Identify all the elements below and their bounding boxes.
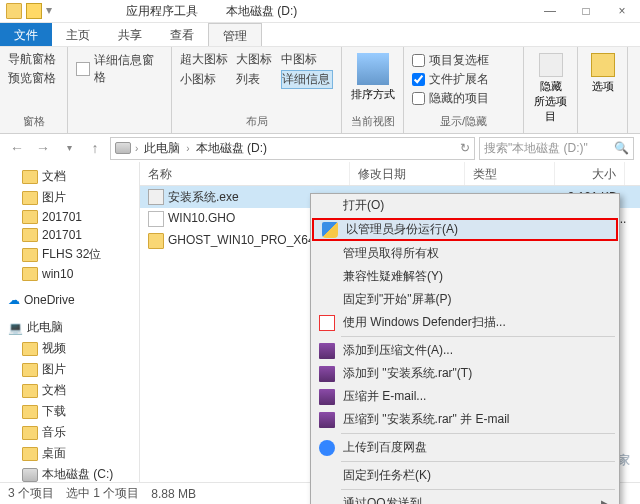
tree-201701-a[interactable]: 201701 <box>2 208 137 226</box>
hide-selected-button[interactable]: 隐藏 所选项目 <box>532 51 569 124</box>
maximize-button[interactable]: □ <box>568 0 604 23</box>
preview-pane-button[interactable]: 预览窗格 <box>8 70 59 87</box>
ctx-qq-send[interactable]: 通过QQ发送到▶ <box>311 492 619 504</box>
tree-videos[interactable]: 视频 <box>2 338 137 359</box>
search-input[interactable]: 搜索"本地磁盘 (D:)" 🔍 <box>479 137 634 160</box>
refresh-icon[interactable]: ↻ <box>460 141 470 155</box>
ctx-add-rar[interactable]: 添加到 "安装系统.rar"(T) <box>311 362 619 385</box>
up-button[interactable]: ↑ <box>84 137 106 159</box>
col-date[interactable]: 修改日期 <box>350 162 465 185</box>
view-xlarge-button[interactable]: 超大图标 <box>180 51 230 68</box>
ctx-run-as-admin[interactable]: 以管理员身份运行(A) <box>312 218 618 241</box>
view-medium-button[interactable]: 中图标 <box>281 51 333 68</box>
breadcrumb-drive[interactable]: 本地磁盘 (D:) <box>194 140 269 157</box>
tab-manage[interactable]: 管理 <box>208 23 262 46</box>
gho-icon <box>148 211 164 227</box>
sort-button[interactable]: 排序方式 <box>350 51 395 102</box>
ctx-pin-taskbar[interactable]: 固定到任务栏(K) <box>311 464 619 487</box>
tree-music[interactable]: 音乐 <box>2 422 137 443</box>
tree-pictures-2[interactable]: 图片 <box>2 359 137 380</box>
tab-file[interactable]: 文件 <box>0 23 52 46</box>
status-selected: 选中 1 个项目 <box>66 485 139 502</box>
dropdown-icon[interactable]: ▾ <box>46 3 52 19</box>
hidden-items-toggle[interactable]: 隐藏的项目 <box>412 89 515 108</box>
status-size: 8.88 MB <box>151 487 196 501</box>
ctx-pin-start[interactable]: 固定到"开始"屏幕(P) <box>311 288 619 311</box>
shield-icon <box>322 222 338 238</box>
rar-icon <box>319 343 335 359</box>
window-title: 本地磁盘 (D:) <box>212 0 311 24</box>
app-icon <box>6 3 22 19</box>
ctx-open[interactable]: 打开(O) <box>311 194 619 217</box>
tree-c-drive[interactable]: 本地磁盘 (C:) <box>2 464 137 482</box>
details-pane-button[interactable]: 详细信息窗格 <box>76 51 163 87</box>
tree-onedrive[interactable]: ☁OneDrive <box>2 291 137 309</box>
drive-icon <box>115 142 131 154</box>
tree-201701-b[interactable]: 201701 <box>2 226 137 244</box>
ribbon-tabs: 文件 主页 共享 查看 管理 <box>0 23 640 47</box>
forward-button[interactable]: → <box>32 137 54 159</box>
tree-documents-2[interactable]: 文档 <box>2 380 137 401</box>
ribbon-group-panes: 窗格 <box>8 112 59 129</box>
view-list-button[interactable]: 列表 <box>236 70 274 89</box>
search-icon: 🔍 <box>614 141 629 155</box>
tree-pictures[interactable]: 图片 <box>2 187 137 208</box>
breadcrumb-this-pc[interactable]: 此电脑 <box>142 140 182 157</box>
navigation-tree[interactable]: 文档 图片 201701 201701 FLHS 32位 win10 ☁OneD… <box>0 162 140 482</box>
close-button[interactable]: × <box>604 0 640 23</box>
options-button[interactable]: 选项 <box>586 51 619 94</box>
minimize-button[interactable]: — <box>532 0 568 23</box>
column-headers: 名称 修改日期 类型 大小 <box>140 162 640 186</box>
pc-icon: 💻 <box>8 321 23 335</box>
tree-downloads[interactable]: 下载 <box>2 401 137 422</box>
view-small-button[interactable]: 小图标 <box>180 70 230 89</box>
ribbon-group-current: 当前视图 <box>350 112 395 129</box>
recent-button[interactable]: ▾ <box>58 137 80 159</box>
rar-icon <box>319 366 335 382</box>
defender-icon <box>319 315 335 331</box>
address-bar[interactable]: › 此电脑 › 本地磁盘 (D:) ↻ <box>110 137 475 160</box>
file-extensions-toggle[interactable]: 文件扩展名 <box>412 70 515 89</box>
contextual-tab-label: 应用程序工具 <box>112 0 212 24</box>
tree-desktop[interactable]: 桌面 <box>2 443 137 464</box>
col-name[interactable]: 名称 <box>140 162 350 185</box>
nav-pane-button[interactable]: 导航窗格 <box>8 51 59 68</box>
folder-icon <box>148 233 164 249</box>
ctx-baidu-upload[interactable]: 上传到百度网盘 <box>311 436 619 459</box>
tree-documents[interactable]: 文档 <box>2 166 137 187</box>
view-large-button[interactable]: 大图标 <box>236 51 274 68</box>
exe-icon <box>148 189 164 205</box>
tree-win10[interactable]: win10 <box>2 265 137 283</box>
rar-icon <box>319 412 335 428</box>
onedrive-icon: ☁ <box>8 293 20 307</box>
ribbon: 导航窗格 预览窗格 窗格 详细信息窗格 超大图标 大图标 中图标 小图标 列表 … <box>0 47 640 134</box>
tab-home[interactable]: 主页 <box>52 23 104 46</box>
ctx-rar-email[interactable]: 压缩到 "安装系统.rar" 并 E-mail <box>311 408 619 431</box>
item-checkboxes-toggle[interactable]: 项目复选框 <box>412 51 515 70</box>
ribbon-group-layout: 布局 <box>180 112 333 129</box>
rar-icon <box>319 389 335 405</box>
status-item-count: 3 个项目 <box>8 485 54 502</box>
context-menu: 打开(O) 以管理员身份运行(A) 管理员取得所有权 兼容性疑难解答(Y) 固定… <box>310 193 620 504</box>
view-details-button[interactable]: 详细信息 <box>281 70 333 89</box>
col-size[interactable]: 大小 <box>555 162 625 185</box>
back-button[interactable]: ← <box>6 137 28 159</box>
ribbon-group-showhide: 显示/隐藏 <box>412 112 515 129</box>
tab-share[interactable]: 共享 <box>104 23 156 46</box>
address-bar-row: ← → ▾ ↑ › 此电脑 › 本地磁盘 (D:) ↻ 搜索"本地磁盘 (D:)… <box>0 134 640 162</box>
tab-view[interactable]: 查看 <box>156 23 208 46</box>
col-type[interactable]: 类型 <box>465 162 555 185</box>
baidu-icon <box>319 440 335 456</box>
tree-this-pc[interactable]: 💻此电脑 <box>2 317 137 338</box>
title-bar: ▾ 应用程序工具 本地磁盘 (D:) — □ × <box>0 0 640 23</box>
quick-access-icon[interactable] <box>26 3 42 19</box>
tree-flhs[interactable]: FLHS 32位 <box>2 244 137 265</box>
ctx-troubleshoot[interactable]: 兼容性疑难解答(Y) <box>311 265 619 288</box>
chevron-right-icon: ▶ <box>601 498 609 504</box>
ctx-add-archive[interactable]: 添加到压缩文件(A)... <box>311 339 619 362</box>
ctx-take-ownership[interactable]: 管理员取得所有权 <box>311 242 619 265</box>
ctx-defender-scan[interactable]: 使用 Windows Defender扫描... <box>311 311 619 334</box>
ctx-compress-email[interactable]: 压缩并 E-mail... <box>311 385 619 408</box>
